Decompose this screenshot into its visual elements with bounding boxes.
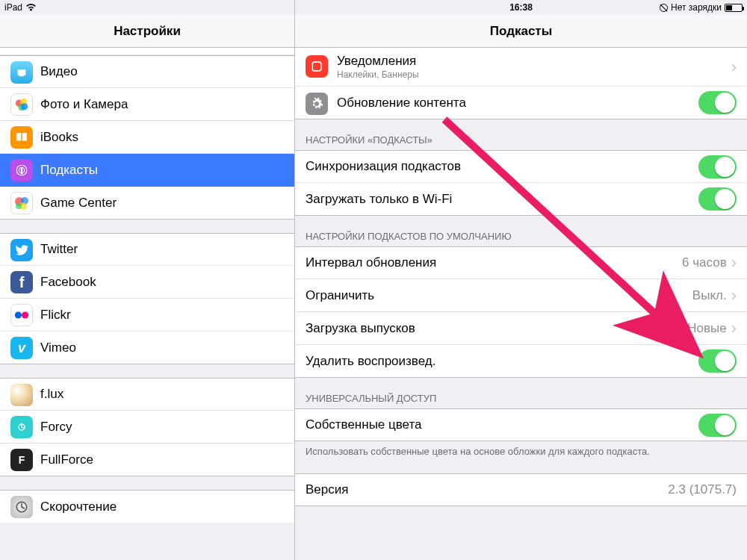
video-icon: [10, 61, 33, 84]
sidebar-item-label: f.lux: [40, 387, 63, 402]
sidebar-item-vimeo[interactable]: v Vimeo: [0, 332, 294, 364]
svg-point-12: [15, 311, 22, 318]
row-label: Загружать только в Wi-Fi: [306, 192, 698, 207]
row-label: Загрузка выпусков: [306, 321, 687, 336]
vimeo-icon: v: [10, 337, 33, 359]
not-charging-icon: [660, 4, 668, 12]
sidebar-item-speedreading[interactable]: Скорочтение: [0, 490, 294, 523]
battery-icon: [725, 4, 743, 12]
status-bar-left: iPad: [0, 0, 294, 15]
sidebar-item-facebook[interactable]: f Facebook: [0, 266, 294, 299]
detail-pane: 16:38 Нет зарядки Подкасты Уведомления Н…: [295, 0, 747, 560]
sidebar-item-flickr[interactable]: Flickr: [0, 299, 294, 332]
flickr-icon: [10, 304, 33, 326]
sidebar-item-label: Vimeo: [40, 340, 76, 355]
toggle-delete-played[interactable]: [698, 349, 737, 373]
status-time: 16:38: [412, 2, 630, 13]
section-header-universal: УНИВЕРСАЛЬНЫЙ ДОСТУП: [295, 378, 747, 408]
charging-status: Нет зарядки: [671, 2, 722, 13]
row-value: Новые: [687, 321, 726, 336]
detail-header: Подкасты: [295, 15, 747, 48]
row-label: Версия: [306, 482, 668, 497]
row-version: Версия 2.3 (1075.7): [295, 473, 747, 506]
toggle-sync-podcasts[interactable]: [698, 155, 737, 178]
row-label: Удалить воспроизвед.: [306, 354, 698, 369]
sidebar-item-forcy[interactable]: Forcy: [0, 411, 294, 444]
sidebar-item-ibooks[interactable]: iBooks: [0, 121, 294, 154]
sidebar-item-label: iBooks: [40, 130, 78, 145]
row-label: Ограничить: [306, 288, 692, 303]
sidebar-item-twitter[interactable]: Twitter: [0, 233, 294, 266]
row-notifications[interactable]: Уведомления Наклейки, Баннеры ›: [295, 48, 747, 87]
flux-icon: [10, 384, 33, 406]
sidebar-item-label: Видео: [40, 64, 78, 79]
ibooks-icon: [10, 126, 33, 149]
section-footer-universal: Использовать собственные цвета на основе…: [295, 441, 747, 457]
status-bar-right: 16:38 Нет зарядки: [295, 0, 747, 15]
sidebar-item-label: Скорочтение: [40, 500, 117, 514]
row-custom-colors[interactable]: Собственные цвета: [295, 408, 747, 441]
section-header-podcast: НАСТРОЙКИ «ПОДКАСТЫ»: [295, 119, 747, 150]
row-sync-podcasts[interactable]: Синхронизация подкастов: [295, 150, 747, 183]
chevron-right-icon: ›: [731, 287, 737, 304]
row-limit[interactable]: Ограничить Выкл. ›: [295, 279, 747, 312]
sidebar-item-label: FullForce: [40, 452, 93, 467]
chevron-right-icon: ›: [731, 59, 737, 75]
row-wifi-only[interactable]: Загружать только в Wi-Fi: [295, 183, 747, 216]
row-value: 2.3 (1075.7): [668, 482, 737, 497]
sidebar-item-gamecenter[interactable]: Game Center: [0, 187, 294, 220]
row-value: 6 часов: [682, 255, 727, 270]
device-label: iPad: [4, 2, 22, 13]
toggle-custom-colors[interactable]: [698, 414, 737, 437]
sidebar-item-label: Подкасты: [40, 163, 98, 178]
row-label: Обновление контента: [337, 96, 698, 111]
sidebar-item-label: Twitter: [40, 242, 78, 257]
svg-point-6: [21, 168, 23, 170]
sidebar-item-podcasts[interactable]: Подкасты: [0, 154, 294, 187]
row-label: Синхронизация подкастов: [306, 159, 698, 174]
chevron-right-icon: ›: [731, 255, 737, 271]
photos-icon: [10, 93, 33, 116]
row-label: Собственные цвета: [306, 417, 698, 432]
toggle-background-refresh[interactable]: [698, 91, 737, 114]
row-background-refresh[interactable]: Обновление контента: [295, 87, 747, 119]
sidebar-item-label: Game Center: [40, 196, 117, 211]
row-label: Уведомления: [337, 54, 731, 69]
sidebar-item-fullforce[interactable]: F FullForce: [0, 444, 294, 476]
row-label: Интервал обновления: [306, 255, 682, 270]
speedreading-icon: [10, 496, 33, 518]
forcy-icon: [10, 416, 33, 438]
svg-rect-16: [312, 62, 321, 71]
svg-point-13: [22, 311, 28, 318]
notifications-icon: [306, 55, 328, 78]
sidebar-item-label: Facebook: [40, 275, 96, 290]
toggle-wifi-only[interactable]: [698, 187, 737, 211]
row-delete-played[interactable]: Удалить воспроизвед.: [295, 345, 747, 378]
podcasts-icon: [10, 159, 33, 181]
wifi-icon: [25, 3, 37, 12]
gamecenter-icon: [10, 192, 33, 214]
sidebar-title: Настройки: [114, 24, 181, 39]
settings-sidebar: iPad Настройки Видео Фото и Камера: [0, 0, 295, 560]
facebook-icon: f: [10, 271, 33, 293]
fullforce-icon: F: [10, 449, 33, 471]
row-download-episodes[interactable]: Загрузка выпусков Новые ›: [295, 312, 747, 345]
sidebar-item-label: Фото и Камера: [40, 97, 128, 112]
sidebar-item-flux[interactable]: f.lux: [0, 378, 294, 411]
svg-point-11: [16, 203, 22, 209]
sidebar-item-video[interactable]: Видео: [0, 55, 294, 88]
sidebar-header: Настройки: [0, 15, 294, 48]
twitter-icon: [10, 239, 33, 261]
chevron-right-icon: ›: [731, 320, 737, 337]
row-subtext: Наклейки, Баннеры: [337, 69, 731, 80]
row-refresh-interval[interactable]: Интервал обновления 6 часов ›: [295, 246, 747, 279]
row-value: Выкл.: [692, 288, 727, 303]
gear-icon: [306, 93, 328, 115]
svg-rect-7: [21, 170, 22, 174]
section-header-default: НАСТРОЙКИ ПОДКАСТОВ ПО УМОЛЧАНИЮ: [295, 216, 747, 246]
sidebar-item-photos[interactable]: Фото и Камера: [0, 88, 294, 121]
sidebar-item-label: Flickr: [40, 308, 71, 323]
svg-point-3: [21, 103, 28, 110]
detail-title: Подкасты: [490, 24, 552, 39]
sidebar-item-label: Forcy: [40, 420, 72, 435]
